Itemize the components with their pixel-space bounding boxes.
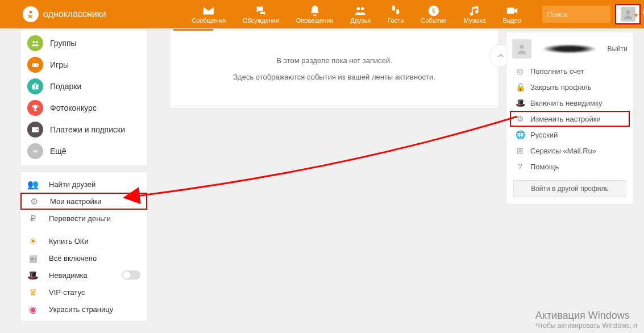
svg-point-11 [32,41,35,43]
svg-point-12 [36,41,38,43]
svg-rect-7 [507,8,514,14]
sidebar-item-payments[interactable]: Платежи и подписки [20,119,147,140]
svg-point-19 [36,129,38,130]
sidebar-item-vip[interactable]: ♛VIP-статус [20,284,147,301]
logo[interactable]: одноклассники [0,6,171,22]
svg-point-1 [357,7,360,10]
nav-events[interactable]: 5События [421,5,446,24]
sidebar-item-invisible[interactable]: 🎩Невидимка [20,267,147,284]
sidebar-item-gifts[interactable]: Подарки [20,76,147,97]
nav-messages[interactable]: Сообщения [192,5,226,24]
video-icon [506,5,518,17]
sidebar-item-decorate[interactable]: ◉Украсить страницу [20,301,147,318]
content-tabbar [169,28,499,33]
events-icon: 5 [427,5,440,17]
brand-text: одноклассники [43,9,106,19]
hat-icon: 🎩 [27,269,39,281]
logout-link[interactable]: Выйти [607,45,628,53]
bell-icon [309,5,321,17]
profile-menu-trigger[interactable] [615,4,641,24]
wallet-icon [27,122,43,138]
gift-icon [27,78,43,94]
dropdown-header: Выйти [506,37,633,63]
games-icon [27,57,43,73]
login-other-profile-button[interactable]: Войти в другой профиль [513,180,626,197]
caret-down-icon [634,14,638,17]
svg-point-2 [361,7,364,10]
sidebar-item-all-inclusive[interactable]: ▦Всё включено [20,249,147,267]
windows-activation-watermark: Активация Windows Чтобы активировать Win… [535,310,637,330]
sidebar-panel-secondary: 👥Найти друзей ⚙Мои настройки ₽Перевести … [20,172,148,322]
footsteps-icon [389,5,402,17]
sidebar-item-photocontest[interactable]: Фотоконкурс [20,97,147,119]
help-icon: ? [516,162,525,171]
nav-notifications[interactable]: Оповещения [296,5,334,24]
sidebar-item-buy-ok[interactable]: ☀Купить ОКи [20,232,147,249]
empty-line-2: Здесь отображаются события из вашей лент… [181,69,487,86]
svg-text:5: 5 [432,7,435,14]
groups-icon [27,35,43,51]
left-sidebar: Группы Игры Подарки Фотоконкурс Платежи … [20,28,148,327]
svg-point-3 [392,6,396,11]
dropdown-close-profile[interactable]: 🔒Закрыть профиль [506,79,633,95]
gear-icon: ⚙ [28,195,40,207]
dropdown-topup[interactable]: ◎Пополнить счет [506,63,633,79]
sidebar-item-groups[interactable]: Группы [20,32,147,54]
search-box[interactable] [542,6,610,23]
nav-video[interactable]: Видео [503,5,521,24]
coin-icon: ☀ [27,235,39,247]
music-icon [468,5,481,17]
svg-point-10 [626,10,630,14]
dropdown-mailru[interactable]: ⊞Сервисы «Mail.Ru» [506,143,633,159]
gear-icon: ⚙ [516,114,525,123]
username-redacted [535,45,604,53]
nav-discussions[interactable]: Обсуждения [243,5,279,24]
avatar-icon [512,39,531,59]
dropdown-language[interactable]: 🌐Русский [506,127,633,143]
svg-point-4 [396,9,400,14]
ruble-icon: ₽ [27,213,39,224]
svg-point-20 [520,45,523,49]
dropdown-change-settings[interactable]: ⚙Изменить настройки [510,111,630,127]
svg-rect-17 [35,85,35,90]
sidebar-item-transfer[interactable]: ₽Перевести деньги [20,210,147,227]
trophy-icon [27,100,43,116]
sidebar-item-games[interactable]: Игры [20,54,147,76]
empty-line-1: В этом разделе пока нет записей. [181,53,487,69]
dropdown-help[interactable]: ?Помощь [506,159,633,174]
avatar-icon [621,7,635,22]
nav-friends[interactable]: Друзья [351,5,371,24]
palette-icon: ◉ [27,303,39,315]
services-icon: ⊞ [516,146,525,155]
main-content: В этом разделе пока нет записей. Здесь о… [169,28,499,109]
nav-music[interactable]: Музыка [464,5,486,24]
sidebar-item-my-settings[interactable]: ⚙Мои настройки [20,193,147,210]
sidebar-item-more[interactable]: Ещё [20,140,147,162]
globe-icon: 🌐 [516,130,525,139]
svg-point-0 [30,11,32,14]
envelope-icon [202,5,215,17]
ok-logo-icon [23,6,39,22]
hat-icon: 🎩 [516,98,525,107]
sidebar-panel-main: Группы Игры Подарки Фотоконкурс Платежи … [20,28,148,166]
lock-icon: 🔒 [516,82,525,91]
crown-icon: ♛ [27,286,39,298]
chat-icon [255,5,267,17]
empty-state-panel: В этом разделе пока нет записей. Здесь о… [169,33,499,109]
grid-icon: ▦ [27,252,39,264]
invisible-toggle[interactable] [122,270,140,280]
dropdown-invisible[interactable]: 🎩Включить невидимку [506,95,633,111]
chevron-down-icon [27,143,43,159]
topbar: одноклассники Сообщения Обсуждения Опове… [0,0,644,28]
coin-icon: ◎ [516,66,525,76]
profile-dropdown: Выйти ◎Пополнить счет 🔒Закрыть профиль 🎩… [506,32,634,205]
sidebar-item-find-friends[interactable]: 👥Найти друзей [20,176,147,193]
friends-icon [354,5,367,17]
svg-point-14 [36,65,38,66]
top-nav: Сообщения Обсуждения Оповещения Друзья Г… [171,5,542,24]
people-icon: 👥 [27,178,39,190]
nav-guests[interactable]: Гости [388,5,404,24]
